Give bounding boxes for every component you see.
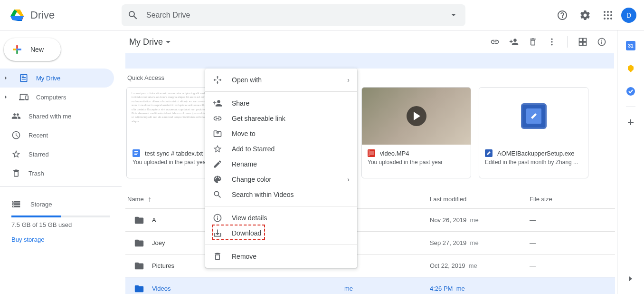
sidebar-item-label: Shared with me (28, 113, 71, 120)
column-header-modified[interactable]: Last modified (430, 196, 530, 203)
menu-divider (205, 245, 357, 245)
calendar-button[interactable]: 31 (621, 36, 640, 55)
info-icon (213, 213, 222, 223)
chevron-right-icon: › (347, 76, 350, 84)
svg-point-7 (607, 18, 609, 20)
search-input[interactable] (146, 11, 447, 20)
menu-item-share[interactable]: Share (205, 96, 357, 111)
settings-button[interactable] (576, 6, 595, 25)
qa-name: test sync # tabdex.txt (145, 150, 203, 157)
storage-label: Storage (30, 201, 52, 208)
menu-item-info[interactable]: View details (205, 210, 357, 225)
sidebar-item-my-drive[interactable]: My Drive (0, 69, 114, 88)
qa-sub: You uploaded in the past year (368, 159, 465, 166)
menu-item-link[interactable]: Get shareable link (205, 111, 357, 126)
sidebar-item-trash[interactable]: Trash (0, 164, 114, 183)
column-header-size[interactable]: File size (530, 196, 615, 203)
file-size: — (530, 285, 615, 292)
svg-point-12 (551, 44, 552, 45)
table-row[interactable]: Videos me 4:26 PM me — (125, 277, 615, 294)
sidebar-item-computers[interactable]: Computers (0, 88, 114, 107)
help-button[interactable] (553, 6, 572, 25)
logo-area[interactable]: Drive (8, 6, 122, 25)
table-row[interactable]: Pictures me Oct 22, 2019 me — (125, 255, 615, 277)
sidebar-item-label: My Drive (36, 75, 60, 82)
remove-icon (213, 252, 222, 261)
delete-button[interactable] (523, 32, 542, 51)
menu-item-label: Search within Videos (232, 191, 294, 198)
apps-button[interactable] (598, 6, 617, 25)
menu-divider (205, 91, 357, 92)
sidebar-item-recent[interactable]: Recent (0, 126, 114, 145)
quick-access-card[interactable]: video.MP4 You uploaded in the past year (361, 87, 471, 178)
svg-point-8 (610, 18, 612, 20)
menu-item-open[interactable]: Open with› (205, 72, 357, 88)
chevron-right-icon[interactable] (0, 76, 11, 80)
new-button[interactable]: New (4, 38, 61, 61)
chevron-right-icon[interactable] (0, 95, 11, 99)
menu-item-label: View details (232, 214, 267, 222)
folder-icon (134, 215, 144, 225)
grid-view-button[interactable] (573, 32, 592, 51)
svg-rect-20 (369, 155, 369, 156)
menu-item-color[interactable]: Change color› (205, 172, 357, 187)
breadcrumb[interactable]: My Drive (129, 37, 170, 47)
sort-arrow-icon: ↑ (148, 195, 152, 204)
video-icon (368, 149, 375, 157)
sidebar-item-label: Starred (28, 151, 49, 158)
file-name: Pictures (152, 262, 174, 269)
menu-item-remove[interactable]: Remove (205, 249, 357, 264)
svg-rect-14 (134, 151, 138, 152)
keep-button[interactable] (621, 59, 640, 78)
search-area (122, 4, 534, 26)
file-owner: me (344, 262, 430, 269)
toolbar (485, 32, 611, 51)
menu-item-rename[interactable]: Rename (205, 157, 357, 172)
folder-icon (134, 284, 144, 294)
file-modified: Oct 22, 2019 me (430, 262, 530, 269)
menu-item-label: Rename (232, 160, 257, 168)
sidebar-item-shared[interactable]: Shared with me (0, 107, 114, 126)
qa-thumbnail (362, 88, 471, 145)
trash-icon (11, 168, 21, 178)
sidebar-item-label: Recent (28, 132, 48, 139)
file-size: — (530, 216, 615, 224)
qa-name: video.MP4 (380, 150, 409, 157)
svg-point-24 (626, 87, 635, 96)
get-link-button[interactable] (485, 32, 504, 51)
share-button[interactable] (504, 32, 523, 51)
menu-item-label: Open with (232, 76, 262, 84)
sidebar-item-storage[interactable]: Storage (6, 195, 110, 214)
file-name: Joey (152, 239, 165, 246)
toolbar-separator (567, 36, 568, 48)
file-modified: 4:26 PM me (430, 285, 530, 292)
quick-access-card[interactable]: AOMEIBackupperSetup.exe Edited in the pa… (479, 87, 588, 178)
sidebar-item-starred[interactable]: Starred (0, 145, 114, 164)
highlight-annotation (212, 225, 265, 240)
quick-access-title: Quick Access (127, 74, 615, 81)
more-button[interactable] (542, 32, 561, 51)
folder-icon (134, 261, 144, 271)
search-box[interactable] (122, 4, 465, 26)
buy-storage-link[interactable]: Buy storage (11, 236, 110, 243)
svg-point-5 (610, 14, 612, 16)
collapse-rail-button[interactable] (621, 269, 640, 288)
content: My Drive Quick Access (122, 30, 617, 294)
search-options-caret[interactable] (451, 14, 456, 16)
menu-item-search[interactable]: Search within Videos (205, 187, 357, 202)
add-addon-button[interactable] (621, 113, 640, 132)
tasks-button[interactable] (621, 82, 640, 101)
avatar[interactable]: D (621, 8, 636, 23)
storage-bar (11, 216, 110, 217)
table-row[interactable]: Joey me Sep 27, 2019 me — (125, 232, 615, 255)
menu-item-download[interactable]: Download (205, 225, 357, 241)
menu-item-move[interactable]: Move to (205, 126, 357, 141)
storage-icon (11, 199, 21, 209)
info-button[interactable] (592, 32, 611, 51)
menu-item-star[interactable]: Add to Starred (205, 141, 357, 157)
svg-point-6 (604, 18, 606, 20)
sidebar: New My Drive Computers Shared with me Re… (0, 30, 122, 294)
header-actions: D (553, 6, 640, 25)
new-button-label: New (30, 46, 44, 53)
table-row[interactable]: A me Nov 26, 2019 me — (125, 209, 615, 232)
